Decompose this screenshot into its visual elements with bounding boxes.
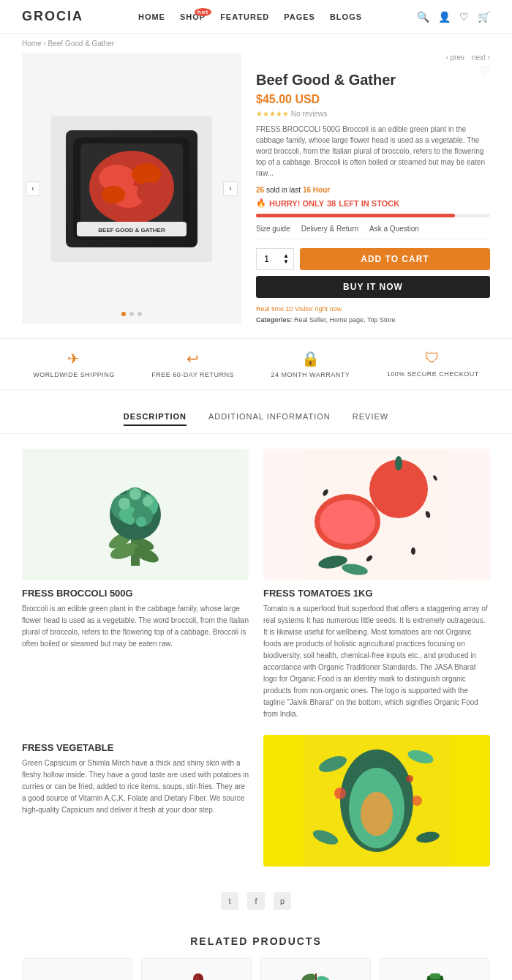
vegetable-text: Green Capsicum or Shimla Mirch have a th… <box>22 758 249 816</box>
nav-shop[interactable]: SHOP hot <box>180 12 206 21</box>
stock-bar <box>256 214 490 217</box>
breadcrumb-current: Beef Good & Gather <box>48 40 115 48</box>
product-price: $45.00 USD <box>256 93 490 106</box>
header-icons: 🔍 👤 ♡ 🛒 <box>417 11 490 23</box>
tab-description[interactable]: DESCRIPTION <box>124 412 187 426</box>
related-products-title: RELATED PRODUCTS <box>22 935 490 947</box>
quantity-input[interactable] <box>261 254 283 264</box>
broccoli-section: FRESS BROCCOLI 500G Broccoli is an edibl… <box>22 449 249 720</box>
svg-point-28 <box>395 456 402 471</box>
nav-pages[interactable]: PAGES <box>284 12 315 21</box>
product-info: ‹ prev next › ♡ Beef Good & Gather $45.0… <box>256 53 490 323</box>
returns-icon: ↩ <box>187 350 200 367</box>
tomato-image <box>263 449 490 580</box>
features-bar: ✈ WORLDWIDE SHIPPING ↩ FREE 60-DAY RETUR… <box>0 338 512 390</box>
product-card-grapes[interactable]: Fress Organic Fruit $32.00 <box>260 958 371 980</box>
svg-point-7 <box>102 186 125 203</box>
search-icon[interactable]: 🔍 <box>417 11 429 23</box>
add-to-cart-button[interactable]: ADD TO CART <box>300 248 490 270</box>
social-row: t f p <box>22 881 490 921</box>
vegetable-text-section: FRESS VEGETABLE Green Capsicum or Shimla… <box>22 735 249 867</box>
svg-point-30 <box>320 500 375 544</box>
qty-down-btn[interactable]: ▼ <box>283 259 289 265</box>
svg-point-23 <box>143 496 153 506</box>
tab-additional-info[interactable]: ADDITIONAL INFORMATION <box>208 412 331 426</box>
user-icon[interactable]: 👤 <box>438 11 451 23</box>
feature-shipping: ✈ WORLDWIDE SHIPPING <box>33 350 115 378</box>
product-images: ‹ BEEF GOOD & GATHER › <box>22 53 241 323</box>
tab-ask[interactable]: Ask a Question <box>369 225 419 233</box>
image-dots <box>121 312 142 316</box>
svg-point-25 <box>136 517 146 527</box>
svg-point-48 <box>406 775 413 782</box>
vegetable-title: FRESS VEGETABLE <box>22 742 249 753</box>
buy-now-button[interactable]: BUY IT NOW <box>256 276 490 298</box>
add-to-cart-row: ▲ ▼ ADD TO CART <box>256 248 490 270</box>
image-dot-1[interactable] <box>121 312 126 316</box>
pinterest-share[interactable]: p <box>274 892 291 910</box>
product-stars: ★★★★★ No reviews <box>256 110 490 118</box>
meat-image-visual: BEEF GOOD & GATHER <box>66 130 197 247</box>
svg-point-65 <box>316 975 331 980</box>
sausage-image <box>142 959 251 980</box>
image-prev-arrow[interactable]: ‹ <box>26 182 40 196</box>
svg-rect-58 <box>195 975 199 980</box>
wishlist-icon[interactable]: ♡ <box>459 11 469 23</box>
vegetable-image-section <box>263 735 490 867</box>
image-dot-3[interactable] <box>138 312 142 316</box>
vegetable-image <box>263 735 490 867</box>
nav-blogs[interactable]: BLOGS <box>330 12 362 21</box>
product-card-sausage[interactable]: Hot Sapresatta $38.00 <box>141 958 252 980</box>
meat-svg: BEEF GOOD & GATHER <box>66 130 197 247</box>
shipping-icon: ✈ <box>67 350 80 367</box>
breadcrumb-home[interactable]: Home <box>22 40 42 48</box>
tab-review[interactable]: REVIEW <box>353 412 388 426</box>
product-wishlist[interactable]: ♡ <box>481 64 490 76</box>
product-description: FRESS BROCCOLI 500G Broccoli is an edibl… <box>256 124 490 179</box>
image-next-arrow[interactable]: › <box>223 182 238 196</box>
product-title: Beef Good & Gather <box>256 72 490 89</box>
desc-first-grid: FRESS BROCCOLI 500G Broccoli is an edibl… <box>22 449 490 720</box>
svg-rect-80 <box>430 973 440 979</box>
nav-featured[interactable]: FEATURED <box>220 12 269 21</box>
tab-size-guide[interactable]: Size guide <box>256 225 290 233</box>
product-card-potato[interactable]: Fresh Potato $24.00 <box>22 958 132 980</box>
prev-product[interactable]: ‹ prev <box>445 53 464 61</box>
grapes-svg <box>283 970 349 980</box>
reviews-count[interactable]: No reviews <box>291 110 327 118</box>
products-grid: Fresh Potato $24.00 <box>22 958 490 980</box>
tomato-section: FRESS TOMATOES 1KG Tomato is a superfood… <box>263 449 490 720</box>
cart-icon[interactable]: 🛒 <box>478 11 490 23</box>
shop-badge: hot <box>195 8 211 16</box>
next-product[interactable]: next › <box>472 53 490 61</box>
product-card-juice[interactable]: Simple Juice Drink $31.00 <box>380 958 490 980</box>
broccoli-text: Broccoli is an edible green plant in the… <box>22 603 249 650</box>
potato-svg <box>45 970 110 980</box>
related-products-carousel: ‹ Fresh Potato <box>22 958 490 980</box>
svg-text:BEEF GOOD & GATHER: BEEF GOOD & GATHER <box>98 227 165 233</box>
svg-point-6 <box>137 182 163 203</box>
warranty-icon: 🔒 <box>301 350 320 367</box>
tomato-text: Tomato is a superfood fruit superfood th… <box>263 603 490 720</box>
image-dot-2[interactable] <box>129 312 134 316</box>
feature-warranty: 🔒 24 MONTH WARRANTY <box>271 350 350 378</box>
description-tabs: DESCRIPTION ADDITIONAL INFORMATION REVIE… <box>0 405 512 434</box>
svg-point-22 <box>129 488 141 500</box>
svg-point-4 <box>132 163 161 185</box>
facebook-share[interactable]: f <box>247 892 265 910</box>
broccoli-svg <box>84 456 187 573</box>
feature-secure: 🛡 100% SECURE CHECKOUT <box>387 350 479 378</box>
twitter-share[interactable]: t <box>221 892 238 910</box>
broccoli-image <box>22 449 249 580</box>
grapes-image <box>261 959 370 980</box>
nav-home[interactable]: HOME <box>138 12 165 21</box>
product-categories: Categories: Real Seller, Home page, Top … <box>256 316 490 323</box>
quantity-wrapper: ▲ ▼ <box>256 248 294 270</box>
tab-delivery[interactable]: Delivery & Return <box>301 225 358 233</box>
product-pagination: ‹ prev next › <box>445 53 490 61</box>
svg-point-64 <box>300 972 317 980</box>
tomato-title: FRESS TOMATOES 1KG <box>263 588 490 599</box>
desc-second-grid: FRESS VEGETABLE Green Capsicum or Shimla… <box>22 735 490 867</box>
logo: GROCIA <box>22 9 83 24</box>
hurry-banner: 🔥 HURRY! ONLY 38 LEFT IN STOCK <box>256 198 490 208</box>
